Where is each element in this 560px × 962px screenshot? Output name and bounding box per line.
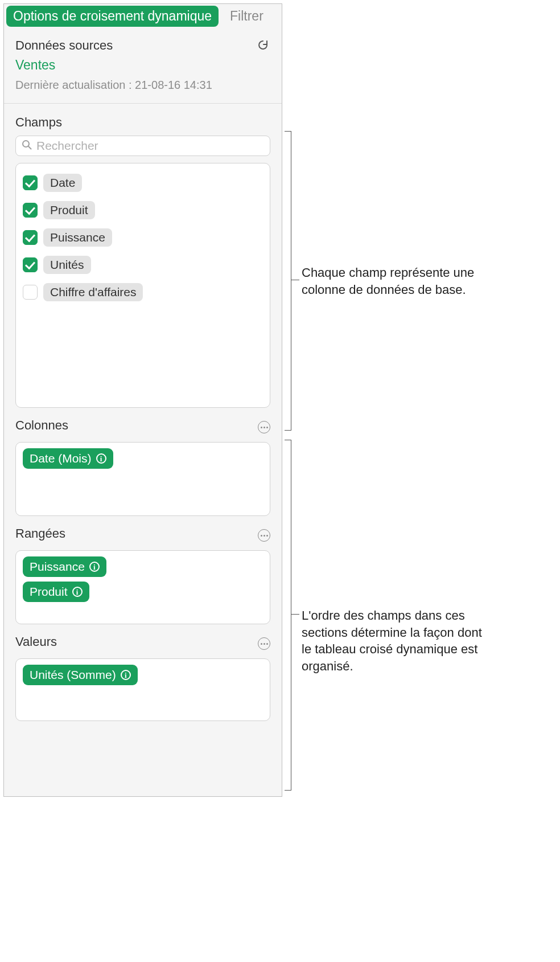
callout-spur [291,280,299,280]
field-chip-unites[interactable]: Unités [43,256,91,274]
field-checkbox-puissance[interactable] [23,230,38,245]
field-checkbox-produit[interactable] [23,203,38,218]
rows-more-icon[interactable] [258,529,270,542]
columns-title: Colonnes [15,418,68,433]
pill-label: Date (Mois) [30,452,92,465]
info-icon[interactable] [96,453,106,464]
refresh-icon[interactable] [257,39,270,52]
field-row: Unités [23,251,263,279]
fields-list: Date Produit Puissance Unités Chiffre d'… [15,163,270,408]
search-box[interactable] [15,136,270,156]
callout-fields: Chaque champ représente une colonne de d… [302,264,478,298]
field-chip-chiffre[interactable]: Chiffre d'affaires [43,283,143,301]
fields-title: Champs [15,115,270,130]
callout-bracket [285,131,291,431]
values-well[interactable]: Unités (Somme) [15,658,270,721]
row-pill-puissance[interactable]: Puissance [23,556,106,577]
rows-title: Rangées [15,526,65,541]
tabs: Options de croisement dynamique Filtrer [4,4,282,28]
pill-label: Unités (Somme) [30,668,116,682]
field-checkbox-chiffre[interactable] [23,285,38,300]
field-row: Date [23,169,263,197]
divider [4,103,282,104]
pivot-options-panel: Options de croisement dynamique Filtrer … [3,3,282,797]
callout-sections: L'ordre des champs dans ces sections dét… [302,607,484,675]
search-input[interactable] [32,138,264,153]
tab-filter[interactable]: Filtrer [223,6,270,27]
search-icon [22,140,32,152]
source-updated: Dernière actualisation : 21-08-16 14:31 [15,79,270,92]
pill-label: Produit [30,585,68,599]
svg-line-1 [28,146,31,149]
field-row: Puissance [23,224,263,251]
info-icon[interactable] [121,670,131,680]
field-row: Chiffre d'affaires [23,279,263,306]
rows-well[interactable]: Puissance Produit [15,550,270,624]
field-chip-puissance[interactable]: Puissance [43,228,112,247]
info-icon[interactable] [72,587,83,597]
field-row: Produit [23,197,263,224]
source-name[interactable]: Ventes [15,58,270,73]
callout-spur [291,614,299,615]
field-checkbox-unites[interactable] [23,257,38,272]
row-pill-produit[interactable]: Produit [23,582,89,602]
info-icon[interactable] [89,562,100,572]
tab-pivot-options[interactable]: Options de croisement dynamique [6,6,219,27]
columns-well[interactable]: Date (Mois) [15,442,270,516]
field-chip-date[interactable]: Date [43,174,82,192]
columns-more-icon[interactable] [258,421,270,433]
values-title: Valeurs [15,634,57,649]
source-title: Données sources [15,38,113,53]
column-pill-date[interactable]: Date (Mois) [23,448,113,469]
value-pill-unites[interactable]: Unités (Somme) [23,665,138,685]
callout-bracket [285,440,291,791]
pill-label: Puissance [30,560,85,574]
field-chip-produit[interactable]: Produit [43,201,95,219]
values-more-icon[interactable] [258,637,270,650]
field-checkbox-date[interactable] [23,175,38,190]
